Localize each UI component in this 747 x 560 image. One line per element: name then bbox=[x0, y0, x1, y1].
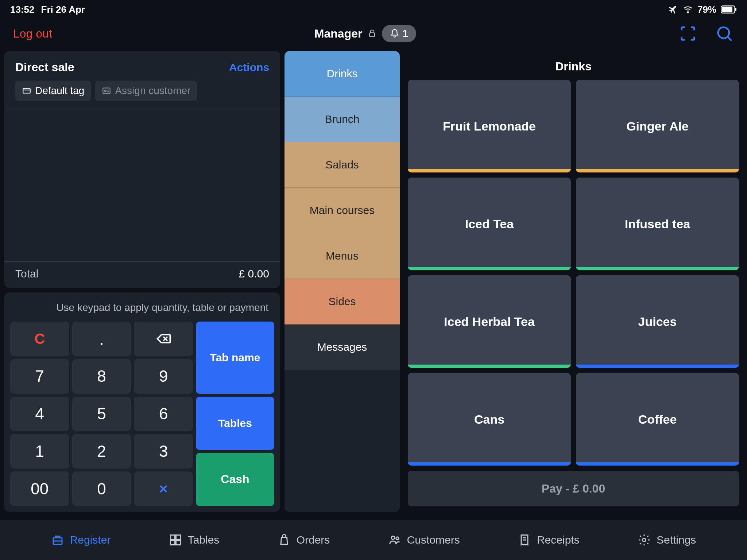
tag-icon bbox=[22, 86, 31, 96]
tab-customers[interactable]: Customers bbox=[388, 533, 460, 547]
svg-rect-4 bbox=[370, 33, 375, 37]
category-fill bbox=[285, 370, 400, 512]
orders-icon bbox=[278, 533, 291, 547]
category-item[interactable]: Main courses bbox=[285, 188, 400, 233]
category-item[interactable]: Salads bbox=[285, 142, 400, 188]
tables-icon bbox=[169, 533, 182, 547]
bell-icon bbox=[390, 29, 399, 38]
notifications-button[interactable]: 1 bbox=[382, 25, 416, 42]
category-list: DrinksBrunchSaladsMain coursesMenusSides… bbox=[285, 51, 400, 512]
key-3[interactable]: 3 bbox=[134, 434, 193, 468]
multiply-icon bbox=[157, 483, 170, 495]
scan-icon[interactable] bbox=[678, 24, 697, 43]
key-backspace[interactable] bbox=[134, 322, 193, 356]
tab-label: Register bbox=[70, 534, 111, 546]
svg-point-0 bbox=[688, 12, 688, 13]
pay-button[interactable]: Pay - £ 0.00 bbox=[408, 471, 739, 506]
key-6[interactable]: 6 bbox=[134, 397, 193, 431]
product-tile[interactable]: Iced Tea bbox=[408, 178, 571, 270]
battery-icon bbox=[721, 5, 737, 13]
key-9[interactable]: 9 bbox=[134, 359, 193, 394]
default-tag-label: Default tag bbox=[35, 85, 84, 97]
svg-rect-2 bbox=[722, 7, 732, 12]
svg-rect-3 bbox=[735, 8, 736, 11]
product-tile[interactable]: Fruit Lemonade bbox=[408, 80, 571, 172]
product-tile[interactable]: Juices bbox=[576, 275, 739, 368]
total-value: £ 0.00 bbox=[239, 268, 269, 280]
key-tables[interactable]: Tables bbox=[196, 397, 274, 450]
tab-receipts[interactable]: Receipts bbox=[518, 533, 580, 547]
category-item[interactable]: Brunch bbox=[285, 97, 400, 142]
register-icon bbox=[51, 533, 64, 547]
svg-point-15 bbox=[396, 537, 399, 540]
key-7[interactable]: 7 bbox=[10, 359, 69, 394]
key-5[interactable]: 5 bbox=[72, 397, 131, 431]
total-label: Total bbox=[15, 268, 38, 280]
svg-point-8 bbox=[105, 90, 106, 92]
category-item[interactable]: Messages bbox=[285, 324, 400, 370]
customer-icon bbox=[102, 86, 111, 96]
tab-label: Customers bbox=[407, 534, 460, 546]
svg-point-14 bbox=[391, 536, 395, 540]
key-4[interactable]: 4 bbox=[10, 397, 69, 431]
product-grid: Fruit LemonadeGinger AleIced TeaInfused … bbox=[404, 80, 743, 466]
tab-register[interactable]: Register bbox=[51, 533, 111, 547]
status-time: 13:52 bbox=[10, 4, 35, 15]
bottom-tabs: RegisterTablesOrdersCustomersReceiptsSet… bbox=[0, 520, 747, 560]
key-1[interactable]: 1 bbox=[10, 434, 69, 468]
key-8[interactable]: 8 bbox=[72, 359, 131, 394]
product-tile[interactable]: Cans bbox=[408, 373, 571, 466]
key-dot[interactable]: . bbox=[72, 322, 131, 356]
airplane-icon bbox=[669, 5, 678, 14]
app-header: Log out Manager 1 bbox=[0, 16, 747, 51]
product-tile[interactable]: Ginger Ale bbox=[576, 80, 739, 172]
sale-lines bbox=[4, 109, 280, 261]
svg-rect-11 bbox=[176, 535, 180, 540]
tab-label: Settings bbox=[657, 534, 696, 546]
keypad-hint: Use keypad to apply quantity, table or p… bbox=[10, 298, 274, 322]
status-date: Fri 26 Apr bbox=[41, 4, 85, 15]
actions-button[interactable]: Actions bbox=[229, 61, 269, 74]
lock-icon[interactable] bbox=[367, 29, 377, 38]
category-item[interactable]: Drinks bbox=[285, 51, 400, 97]
product-list-title: Drinks bbox=[404, 51, 743, 80]
battery-percent: 79% bbox=[697, 4, 716, 15]
product-tile[interactable]: Coffee bbox=[576, 373, 739, 466]
key-2[interactable]: 2 bbox=[72, 434, 131, 468]
tab-label: Tables bbox=[188, 534, 220, 546]
key-multiply[interactable] bbox=[134, 471, 193, 506]
default-tag-chip[interactable]: Default tag bbox=[15, 81, 91, 101]
role-label: Manager bbox=[314, 27, 363, 40]
tab-label: Receipts bbox=[537, 534, 580, 546]
sale-panel: Direct sale Actions Default tag Assign c… bbox=[4, 51, 280, 288]
category-item[interactable]: Sides bbox=[285, 279, 400, 324]
tab-label: Orders bbox=[297, 534, 330, 546]
status-bar: 13:52 Fri 26 Apr 79% bbox=[0, 0, 747, 16]
backspace-icon bbox=[155, 331, 171, 347]
product-tile[interactable]: Infused tea bbox=[576, 178, 739, 270]
assign-customer-chip[interactable]: Assign customer bbox=[95, 81, 197, 101]
key-00[interactable]: 00 bbox=[10, 471, 69, 506]
key-cash[interactable]: Cash bbox=[196, 453, 274, 506]
notifications-count: 1 bbox=[402, 28, 408, 39]
product-tile[interactable]: Iced Herbal Tea bbox=[408, 275, 571, 368]
receipts-icon bbox=[518, 533, 531, 547]
tab-settings[interactable]: Settings bbox=[638, 533, 696, 547]
keypad-panel: Use keypad to apply quantity, table or p… bbox=[4, 292, 280, 512]
tab-tables[interactable]: Tables bbox=[169, 533, 220, 547]
svg-rect-12 bbox=[170, 541, 175, 545]
key-clear[interactable]: C bbox=[10, 322, 69, 356]
sale-title: Direct sale bbox=[15, 61, 74, 74]
svg-rect-13 bbox=[176, 541, 180, 545]
logout-button[interactable]: Log out bbox=[13, 27, 52, 40]
key-tab-name[interactable]: Tab name bbox=[196, 322, 274, 394]
settings-icon bbox=[638, 533, 651, 547]
svg-point-5 bbox=[718, 27, 729, 38]
key-0[interactable]: 0 bbox=[72, 471, 131, 506]
category-item[interactable]: Menus bbox=[285, 233, 400, 279]
wifi-icon bbox=[683, 4, 693, 15]
assign-customer-label: Assign customer bbox=[115, 85, 190, 97]
tab-orders[interactable]: Orders bbox=[278, 533, 330, 547]
search-icon[interactable] bbox=[715, 24, 734, 43]
svg-point-16 bbox=[642, 538, 646, 542]
